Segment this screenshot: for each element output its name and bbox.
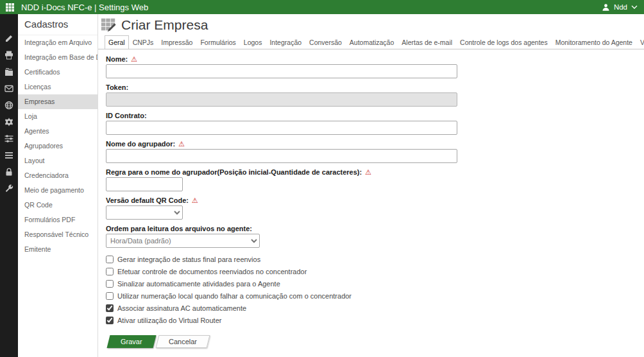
- warning-icon: ⚠: [131, 55, 137, 64]
- field-label-text: Token:: [106, 83, 128, 92]
- ordem-para-leitura-dos-arquivos-no-agente-select[interactable]: Hora/Data (padrão): [106, 234, 260, 248]
- files-icon[interactable]: [4, 67, 14, 77]
- form-field: Token:: [106, 83, 644, 107]
- checkbox-label: Sinalizar automaticamente atividades par…: [117, 280, 280, 288]
- save-button[interactable]: Gravar: [107, 335, 157, 348]
- checkbox-row-gerar-integracao-de-status-final-para-reenvios[interactable]: Gerar integração de status final para re…: [106, 253, 644, 265]
- id-contrato-input[interactable]: [106, 121, 457, 135]
- sidebar-item-agrupadores[interactable]: Agrupadores: [18, 139, 97, 153]
- user-menu[interactable]: Ndd: [602, 3, 638, 12]
- app-title: NDD i-Docs NFC-e | Settings Web: [21, 3, 148, 12]
- sidebar-item-empresas[interactable]: Empresas: [18, 94, 97, 109]
- nome-do-agrupador-input[interactable]: [106, 149, 457, 163]
- user-name: Ndd: [614, 3, 627, 11]
- tab-geral[interactable]: Geral: [105, 35, 129, 49]
- tab-virtual-router[interactable]: Virtual Router: [636, 35, 644, 49]
- tab-controle-de-logs-dos-agentes[interactable]: Controle de logs dos agentes: [456, 35, 552, 49]
- form-field: Nome do agrupador:⚠: [106, 140, 644, 163]
- tab-bar: GeralCNPJsImpressãoFormuláriosLogosInteg…: [98, 35, 644, 49]
- topbar: NDD i-Docs NFC-e | Settings Web Ndd: [0, 0, 644, 14]
- gear-icon[interactable]: [4, 117, 14, 127]
- form-field: Versão default QR Code:⚠: [106, 196, 644, 220]
- checkbox-label: Associar assinatura AC automaticamente: [117, 304, 246, 312]
- checkbox-associar-assinatura-ac-automaticamente[interactable]: [106, 304, 114, 312]
- tab-integracao[interactable]: Integração: [266, 35, 305, 49]
- checkbox-ativar-utilizacao-do-virtual-router[interactable]: [106, 317, 114, 324]
- field-label-text: Versão default QR Code:: [106, 196, 189, 205]
- field-label-text: Nome do agrupador:: [106, 140, 175, 148]
- field-label: Versão default QR Code:⚠: [106, 196, 644, 205]
- checkbox-gerar-integracao-de-status-final-para-reenvios[interactable]: [106, 256, 114, 263]
- list-icon[interactable]: [4, 150, 14, 161]
- field-label-text: Nome:: [106, 55, 128, 64]
- regra-para-o-nome-do-agrupador-posicao-inicial-quantidade-de-caracteres-input[interactable]: [106, 177, 183, 191]
- versao-default-qr-code-select[interactable]: [106, 205, 183, 220]
- sidebar-item-certificados[interactable]: Certificados: [18, 65, 97, 80]
- field-label: Token:: [106, 83, 644, 92]
- user-icon: [602, 3, 610, 12]
- sidebar-item-integracao-em-base-de-dados[interactable]: Integração em Base de Dados: [18, 50, 97, 65]
- chevron-down-icon: [631, 4, 638, 10]
- sidebar-item-emitente[interactable]: Emitente: [18, 242, 97, 257]
- sidebar-item-meio-de-pagamento[interactable]: Meio de pagamento: [18, 183, 97, 198]
- sidebar-item-licencas[interactable]: Licenças: [18, 80, 97, 94]
- warning-icon: ⚠: [192, 196, 198, 205]
- apps-grid-icon[interactable]: [3, 0, 17, 14]
- field-label: ID Contrato:: [106, 112, 644, 120]
- field-label: Nome:⚠: [106, 55, 644, 64]
- sliders-icon[interactable]: [4, 134, 14, 144]
- sidebar-item-integracao-em-arquivo[interactable]: Integração em Arquivo: [18, 35, 97, 50]
- field-label: Nome do agrupador:⚠: [106, 140, 644, 148]
- warning-icon: ⚠: [365, 168, 371, 177]
- create-company-icon: [100, 17, 117, 33]
- checkbox-label: Gerar integração de status final para re…: [117, 256, 260, 263]
- tab-monitoramento-do-agente[interactable]: Monitoramento do Agente: [552, 35, 636, 49]
- tab-automatizacao[interactable]: Automatização: [346, 35, 398, 49]
- token-input[interactable]: [106, 92, 457, 107]
- tab-impressao[interactable]: Impressão: [157, 35, 196, 49]
- checkbox-row-associar-assinatura-ac-automaticamente[interactable]: Associar assinatura AC automaticamente: [106, 302, 644, 314]
- warning-icon: ⚠: [178, 140, 185, 148]
- save-button-label: Gravar: [121, 338, 142, 345]
- sidebar-item-loja[interactable]: Loja: [18, 109, 97, 124]
- checkbox-group: Gerar integração de status final para re…: [106, 253, 644, 326]
- checkbox-row-efetuar-controle-de-documentos-reenviados-no-concentrador[interactable]: Efetuar controle de documentos reenviado…: [106, 265, 644, 277]
- mail-icon[interactable]: [4, 83, 14, 94]
- page-header: Criar Empresa: [98, 14, 644, 35]
- edit-icon[interactable]: [4, 33, 14, 44]
- checkbox-row-sinalizar-automaticamente-atividades-para-o-agente[interactable]: Sinalizar automaticamente atividades par…: [106, 277, 644, 290]
- tab-alertas-de-e-mail[interactable]: Alertas de e-mail: [398, 35, 456, 49]
- checkbox-sinalizar-automaticamente-atividades-para-o-agente[interactable]: [106, 280, 114, 288]
- icon-strip: [0, 14, 18, 357]
- field-label-text: Ordem para leitura dos arquivos no agent…: [106, 225, 252, 233]
- wrench-icon[interactable]: [4, 184, 14, 194]
- checkbox-label: Efetuar controle de documentos reenviado…: [117, 268, 307, 275]
- cancel-button[interactable]: Cancelar: [156, 335, 210, 348]
- tab-formularios[interactable]: Formulários: [196, 35, 239, 49]
- form-field: Regra para o nome do agrupador(Posição i…: [106, 168, 644, 191]
- sidebar-item-layout[interactable]: Layout: [18, 153, 97, 168]
- sidebar-item-formularios-pdf[interactable]: Formulários PDF: [18, 213, 97, 227]
- checkbox-efetuar-controle-de-documentos-reenviados-no-concentrador[interactable]: [106, 268, 114, 275]
- cancel-button-label: Cancelar: [169, 338, 197, 345]
- checkbox-row-utilizar-numeracao-local-quando-falhar-a-comunicacao-com-o-concentrador[interactable]: Utilizar numeração local quando falhar a…: [106, 290, 644, 302]
- sidebar-heading: Cadastros: [18, 14, 97, 35]
- tab-conversao[interactable]: Conversão: [305, 35, 346, 49]
- globe-icon[interactable]: [4, 100, 14, 110]
- lock-icon[interactable]: [4, 167, 14, 177]
- nome-input[interactable]: [106, 64, 457, 78]
- tab-logos[interactable]: Logos: [240, 35, 266, 49]
- field-label: Ordem para leitura dos arquivos no agent…: [106, 225, 644, 233]
- field-label: Regra para o nome do agrupador(Posição i…: [106, 168, 644, 177]
- sidebar-item-responsavel-tecnico[interactable]: Responsável Técnico: [18, 227, 97, 242]
- sidebar-item-credenciadora[interactable]: Credenciadora: [18, 168, 97, 183]
- field-label-text: Regra para o nome do agrupador(Posição i…: [106, 168, 362, 177]
- sidebar-item-agentes[interactable]: Agentes: [18, 124, 97, 139]
- print-icon[interactable]: [4, 50, 14, 60]
- checkbox-utilizar-numeracao-local-quando-falhar-a-comunicacao-com-o-concentrador[interactable]: [106, 292, 114, 300]
- form-buttons: Gravar Cancelar: [106, 335, 644, 348]
- checkbox-row-ativar-utilizacao-do-virtual-router[interactable]: Ativar utilização do Virtual Router: [106, 314, 644, 326]
- sidebar-item-qr-code[interactable]: QR Code: [18, 198, 97, 213]
- tab-cnpjs[interactable]: CNPJs: [129, 35, 158, 49]
- form-field: ID Contrato:: [106, 112, 644, 135]
